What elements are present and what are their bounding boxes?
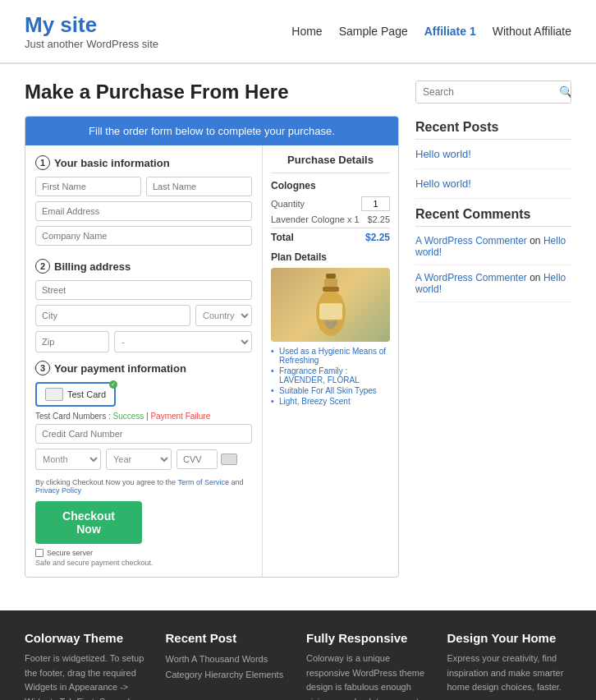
post-link-1[interactable]: Hello world!	[415, 148, 571, 169]
checkout-button[interactable]: Checkout Now	[35, 501, 142, 544]
site-title: My site	[25, 12, 158, 38]
comment-1: A WordPress Commenter on Hello world!	[415, 235, 571, 265]
search-button[interactable]: 🔍	[552, 81, 571, 103]
sidebar: 🔍 Recent Posts Hello world! Hello world!…	[415, 81, 571, 578]
footer-widget-4-text: Express your creativity, find inspiratio…	[447, 652, 572, 695]
footer-widget-3-text: Colorway is a unique responsive WordPres…	[306, 652, 431, 700]
checkout-container: Fill the order form below to complete yo…	[25, 116, 399, 578]
site-header: My site Just another WordPress site Home…	[0, 0, 596, 63]
total-row: Total $2.25	[271, 228, 390, 243]
svg-rect-1	[324, 279, 337, 287]
footer-widget-3: Fully Responsive Colorway is a unique re…	[306, 631, 431, 700]
company-input[interactable]	[35, 226, 252, 246]
quantity-input[interactable]	[361, 196, 390, 211]
name-row	[35, 177, 252, 196]
purchase-details-title: Purchase Details	[271, 154, 390, 166]
success-link[interactable]: Success	[112, 412, 144, 421]
failure-link[interactable]: Payment Failure	[150, 412, 210, 421]
item-price: $2.25	[367, 214, 390, 224]
commenter-1[interactable]: A WordPress Commenter	[415, 235, 527, 246]
secure-notice: Secure server	[35, 549, 252, 557]
section3-title: Your payment information	[54, 362, 186, 375]
feature-3: Suitable For All Skin Types	[271, 386, 390, 395]
first-name-input[interactable]	[35, 177, 141, 196]
plan-title: Plan Details	[271, 251, 390, 263]
section-billing: 2 Billing address Country	[35, 259, 252, 352]
state-select[interactable]: -	[114, 331, 252, 352]
recent-posts-title: Recent Posts	[415, 120, 571, 140]
checkout-body: 1 Your basic information 2	[25, 145, 398, 577]
secure-label: Secure server	[47, 549, 93, 557]
commenter-2[interactable]: A WordPress Commenter	[415, 272, 527, 283]
footer-post-link-2[interactable]: Category Hierarchy Elements	[166, 670, 284, 679]
bottle-svg	[306, 272, 355, 338]
street-input[interactable]	[35, 280, 252, 300]
country-select[interactable]: Country	[195, 305, 252, 326]
nav-sample-page[interactable]: Sample Page	[339, 25, 408, 38]
section-payment: 3 Your payment information Test Card ✓ T…	[35, 361, 252, 470]
cvv-icon	[221, 454, 237, 465]
footer-post-link-1[interactable]: Worth A Thousand Words	[166, 654, 268, 664]
post-link-2[interactable]: Hello world!	[415, 177, 571, 199]
footer-widget-2: Recent Post Worth A Thousand Words Categ…	[166, 631, 291, 700]
section1-number: 1	[35, 155, 50, 170]
item-row: Lavender Cologne x 1 $2.25	[271, 214, 390, 224]
checkout-header: Fill the order form below to complete yo…	[25, 117, 398, 145]
site-branding: My site Just another WordPress site	[25, 12, 158, 50]
cvv-input[interactable]	[177, 449, 218, 469]
comment-2: A WordPress Commenter on Hello world!	[415, 272, 571, 302]
city-input[interactable]	[35, 305, 190, 326]
last-name-input[interactable]	[146, 177, 252, 196]
test-card-note: Test Card Numbers : Success | Payment Fa…	[35, 412, 252, 421]
month-select[interactable]: Month	[35, 449, 101, 470]
product-name: Colognes	[271, 180, 390, 191]
svg-point-6	[324, 320, 329, 325]
checkout-right: Purchase Details Colognes Quantity Laven…	[263, 145, 398, 577]
search-input[interactable]	[416, 81, 552, 103]
city-country-row: Country	[35, 305, 252, 326]
comment-on-1: on	[530, 235, 540, 246]
feature-4: Light, Breezy Scent	[271, 397, 390, 406]
section1-title: Your basic information	[54, 157, 170, 169]
cvv-wrap	[177, 449, 237, 470]
search-form: 🔍	[415, 81, 571, 104]
cc-number-input[interactable]	[35, 424, 252, 444]
expiry-cvv-row: Month Year	[35, 449, 252, 470]
plan-features: Used as a Hygienic Means of Refreshing F…	[271, 347, 390, 406]
site-footer: Colorway Theme Footer is widgetized. To …	[0, 610, 596, 700]
total-amount: $2.25	[365, 232, 390, 243]
card-label: Test Card	[67, 389, 106, 399]
section3-heading: 3 Your payment information	[35, 361, 252, 375]
test-card-button[interactable]: Test Card ✓	[35, 382, 116, 407]
zip-row: -	[35, 331, 252, 352]
section2-heading: 2 Billing address	[35, 259, 252, 274]
page-title: Make a Purchase From Here	[25, 81, 399, 104]
footer-widgets: Colorway Theme Footer is widgetized. To …	[25, 631, 571, 700]
svg-rect-3	[319, 303, 342, 320]
section-basic-info: 1 Your basic information	[35, 155, 252, 251]
nav-affiliate1[interactable]: Affiliate 1	[424, 25, 476, 38]
checkout-left: 1 Your basic information 2	[25, 145, 263, 577]
section3-number: 3	[35, 361, 50, 375]
section1-heading: 1 Your basic information	[35, 155, 252, 170]
privacy-link[interactable]: Privacy Policy	[35, 486, 81, 495]
footer-widget-1: Colorway Theme Footer is widgetized. To …	[25, 631, 149, 700]
footer-widget-3-title: Fully Responsive	[306, 631, 431, 645]
terms-note: By clicking Checkout Now you agree to th…	[35, 478, 252, 495]
nav-without-affiliate[interactable]: Without Affiliate	[493, 25, 571, 38]
safe-text: Safe and secure payment checkout.	[35, 559, 252, 567]
year-select[interactable]: Year	[106, 449, 172, 470]
divider1	[271, 173, 390, 173]
footer-widget-4: Design Your Home Express your creativity…	[447, 631, 572, 700]
footer-widget-2-title: Recent Post	[166, 631, 291, 645]
main-content: Make a Purchase From Here Fill the order…	[25, 81, 399, 578]
feature-2: Fragrance Family : LAVENDER, FLORAL	[271, 366, 390, 385]
card-icon	[45, 388, 63, 401]
feature-1: Used as a Hygienic Means of Refreshing	[271, 347, 390, 365]
section2-number: 2	[35, 259, 50, 274]
tos-link[interactable]: Term of Service	[177, 478, 229, 486]
email-input[interactable]	[35, 201, 252, 221]
nav-home[interactable]: Home	[291, 25, 322, 38]
zip-input[interactable]	[35, 331, 109, 352]
site-tagline: Just another WordPress site	[25, 38, 158, 50]
